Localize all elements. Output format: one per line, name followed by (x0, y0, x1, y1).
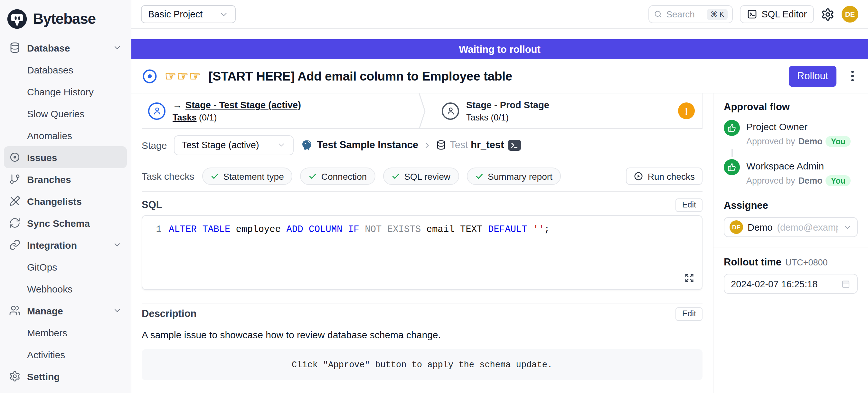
sql-editor-button[interactable]: SQL Editor (740, 5, 814, 23)
stage-tasks: Tasks (0/1) (466, 113, 549, 122)
check-icon (391, 172, 400, 180)
stage-person-icon (148, 102, 165, 120)
assignee-avatar: DE (730, 220, 743, 234)
stage-tasks[interactable]: Tasks (0/1) (173, 113, 301, 122)
stage-name: Stage - Prod Stage (466, 99, 549, 110)
sidebar-item-label: Database (27, 42, 70, 53)
sidebar-item-label: Databases (27, 64, 73, 75)
chevron-down-icon (113, 43, 122, 52)
timezone-label: UTC+0800 (785, 258, 828, 267)
check-icon (475, 172, 483, 180)
open-sql-editor-icon[interactable] (508, 140, 521, 150)
approval-connector (732, 149, 733, 157)
task-checks-row: Task checks Statement type Connection SQ… (142, 161, 703, 192)
sidebar-item-label: Webhooks (27, 283, 72, 294)
sidebar-item-manage[interactable]: Manage (4, 300, 127, 322)
sql-editor[interactable]: 1 ALTER TABLE employee ADD COLUMN IF NOT… (142, 215, 703, 290)
check-icon (308, 172, 317, 180)
sidebar-item-slow-queries[interactable]: Slow Queries (4, 102, 127, 124)
stage-select[interactable]: Test Stage (active) (174, 135, 293, 155)
you-badge: You (826, 175, 850, 186)
sidebar-item-label: Issues (27, 152, 57, 163)
sidebar-item-activities[interactable]: Activities (4, 343, 127, 365)
branch-icon (9, 173, 21, 185)
status-banner: Waiting to rollout (131, 39, 868, 59)
user-avatar[interactable]: DE (842, 6, 858, 23)
bytebase-app: Bytebase Database Databases Change Histo… (0, 0, 868, 393)
sidebar-item-gitops[interactable]: GitOps (4, 256, 127, 278)
database-link[interactable]: hr_test (471, 139, 504, 151)
description-heading: Description (142, 308, 197, 320)
description-section-header: Description Edit (142, 307, 703, 321)
chevron-down-icon (113, 240, 122, 249)
chevron-right-icon (422, 140, 432, 150)
assignee-email: (demo@example (777, 222, 838, 232)
stage-prod[interactable]: Stage - Prod Stage Tasks (0/1) (436, 93, 549, 128)
sql-code-line: 1 ALTER TABLE employee ADD COLUMN IF NOT… (142, 223, 702, 236)
rollout-button[interactable]: Rollout (789, 65, 836, 87)
gear-icon (9, 370, 21, 382)
sidebar-item-sync-schema[interactable]: Sync Schema (4, 212, 127, 234)
sidebar-item-change-history[interactable]: Change History (4, 81, 127, 102)
panel-divider (713, 247, 868, 247)
assignee-select[interactable]: DE Demo (demo@example (724, 217, 858, 237)
line-number: 1 (142, 223, 162, 236)
issue-title-row: ☞☞☞ [START HERE] Add email column to Emp… (131, 59, 868, 93)
sidebar-item-branches[interactable]: Branches (4, 168, 127, 190)
expand-editor-icon[interactable] (684, 273, 694, 283)
approval-step-workspace-admin: Workspace Admin Approved byDemo You (724, 159, 858, 186)
sidebar-item-issues[interactable]: Issues (4, 146, 127, 168)
description-edit-button[interactable]: Edit (676, 307, 703, 321)
stage-name[interactable]: →Stage - Test Stage (active) (173, 99, 301, 110)
sidebar-item-anomalies[interactable]: Anomalies (4, 124, 127, 146)
sidebar-item-database[interactable]: Database (4, 37, 127, 59)
sidebar-item-label: Setting (27, 371, 60, 382)
check-summary-report[interactable]: Summary report (467, 168, 561, 185)
stage-select-value: Test Stage (active) (182, 140, 259, 150)
sidebar-item-integration[interactable]: Integration (4, 234, 127, 256)
stage-test[interactable]: →Stage - Test Stage (active) Tasks (0/1) (142, 93, 418, 128)
check-sql-review[interactable]: SQL review (383, 168, 459, 185)
assignee-heading: Assignee (724, 200, 858, 211)
stage-person-icon (442, 102, 459, 120)
sidebar-item-setting[interactable]: Setting (4, 365, 127, 387)
settings-gear-icon[interactable] (821, 7, 835, 21)
sidebar-item-label: GitOps (27, 261, 57, 272)
brand-name: Bytebase (33, 10, 96, 27)
sidebar-item-changelists[interactable]: Changelists (4, 190, 127, 212)
chevron-down-icon (843, 222, 852, 232)
terminal-icon (747, 9, 757, 19)
sidebar-item-members[interactable]: Members (4, 322, 127, 343)
topbar: Basic Project Search ⌘ K SQL Editor DE (131, 0, 868, 29)
pointing-hand-emojis: ☞☞☞ (165, 68, 202, 84)
issue-icon (9, 151, 21, 163)
you-badge: You (826, 136, 850, 147)
sidebar: Bytebase Database Databases Change Histo… (0, 0, 131, 393)
sidebar-item-webhooks[interactable]: Webhooks (4, 278, 127, 300)
search-icon (653, 10, 662, 19)
stage-divider (418, 93, 427, 129)
database-icon (9, 42, 21, 54)
more-options-kebab-icon[interactable] (847, 68, 858, 84)
project-selector[interactable]: Basic Project (141, 5, 236, 23)
brand-logo[interactable]: Bytebase (4, 6, 127, 32)
search-placeholder: Search (666, 9, 695, 19)
check-icon (210, 172, 219, 180)
calendar-icon[interactable] (841, 279, 850, 289)
approval-step-project-owner: Project Owner Approved byDemo You (724, 120, 858, 147)
run-checks-button[interactable]: Run checks (626, 168, 703, 185)
sidebar-item-label: Branches (27, 174, 71, 185)
chevron-down-icon (277, 141, 286, 149)
sidebar-item-databases[interactable]: Databases (4, 59, 127, 81)
search-input[interactable]: Search ⌘ K (648, 5, 733, 23)
check-statement-type[interactable]: Statement type (202, 168, 292, 185)
instance-link[interactable]: Test Sample Instance (317, 139, 418, 151)
description-text: A sample issue to showcase how to review… (142, 329, 703, 340)
sidebar-item-label: Changelists (27, 195, 82, 207)
check-connection[interactable]: Connection (300, 168, 375, 185)
thumbs-up-icon (724, 159, 740, 175)
database-icon (436, 140, 446, 150)
rollout-time-input[interactable]: 2024-02-07 16:25:18 (724, 274, 858, 294)
sql-edit-button[interactable]: Edit (676, 198, 703, 212)
sidebar-item-label: Manage (27, 305, 63, 316)
